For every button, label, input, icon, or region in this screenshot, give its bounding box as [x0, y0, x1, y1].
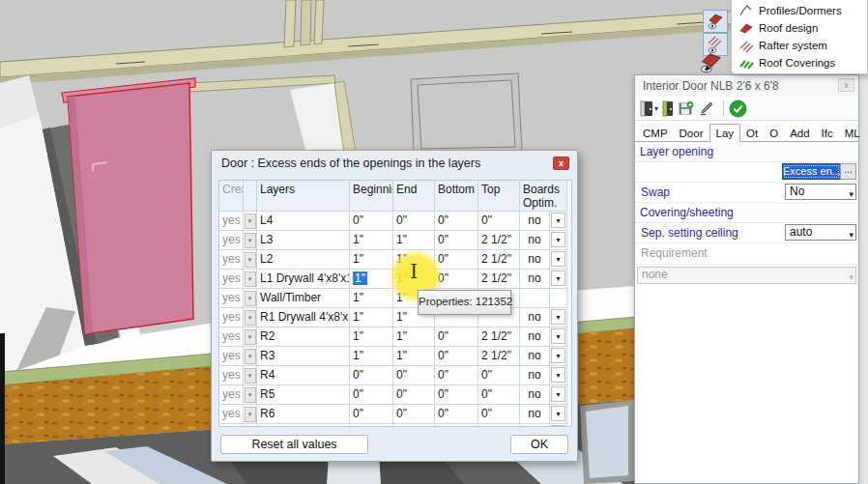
boards-cell[interactable]: no — [520, 347, 550, 366]
tab-ot[interactable]: Ot — [740, 125, 764, 141]
tab-add[interactable]: Add — [784, 125, 815, 141]
reset-all-values-button[interactable]: Reset all values — [220, 435, 368, 454]
end-cell[interactable]: 0" — [393, 405, 435, 424]
beginning-cell[interactable]: 0" — [350, 385, 393, 405]
bottom-cell[interactable] — [435, 424, 478, 427]
beginning-cell[interactable]: 0" — [350, 212, 393, 231]
boards-dropdown-button[interactable]: ▾ — [551, 270, 565, 286]
layers-cell[interactable]: L4 — [257, 212, 350, 231]
ok-button[interactable]: OK — [510, 435, 568, 454]
save-button[interactable] — [678, 100, 694, 117]
boards-cell[interactable]: no — [520, 327, 550, 347]
layers-cell[interactable] — [257, 424, 350, 427]
bottom-cell[interactable]: 0" — [435, 385, 478, 405]
top-cell[interactable]: 0" — [478, 405, 520, 424]
top-cell[interactable]: 2 1/2" — [478, 327, 520, 347]
create-dropdown-button[interactable]: ▾ — [245, 407, 256, 422]
tab-door[interactable]: Door — [674, 125, 709, 141]
beginning-cell[interactable]: 0" — [350, 405, 393, 424]
layers-cell[interactable]: L3 — [257, 231, 350, 250]
boards-cell[interactable]: no — [520, 405, 550, 424]
create-cell[interactable]: yes — [219, 308, 244, 327]
menu-item-roof-design[interactable]: Roof design — [732, 19, 867, 37]
bottom-cell[interactable]: 0" — [435, 250, 478, 270]
end-cell[interactable] — [393, 424, 435, 427]
boards-cell[interactable]: no — [520, 250, 550, 270]
dialog-close-button[interactable]: x — [553, 157, 569, 170]
bottom-cell[interactable]: 0" — [435, 405, 478, 424]
beginning-cell[interactable] — [350, 424, 393, 427]
bottom-cell[interactable]: 0" — [435, 270, 478, 289]
layers-cell[interactable]: R5 — [257, 385, 350, 405]
layers-cell[interactable]: R4 — [257, 366, 350, 385]
panel-close-button[interactable]: x — [838, 78, 854, 92]
apply-button[interactable] — [729, 100, 747, 118]
layers-cell[interactable]: L2 — [257, 250, 350, 270]
create-dropdown-button[interactable]: ▾ — [245, 310, 256, 326]
boards-cell[interactable]: no — [520, 212, 550, 231]
bottom-cell[interactable]: 0" — [435, 231, 478, 250]
boards-dropdown-button[interactable]: ▾ — [551, 328, 565, 344]
dialog-titlebar[interactable]: Door : Excess ends of the openings in th… — [212, 151, 577, 176]
boards-cell[interactable]: no — [520, 385, 550, 405]
top-cell[interactable]: 2 1/2" — [478, 231, 520, 250]
boards-dropdown-button[interactable]: ▾ — [551, 386, 565, 402]
bottom-cell[interactable]: 0" — [435, 347, 478, 366]
layers-cell[interactable]: R1 Drywall 4'x8'x1-2 — [257, 308, 350, 327]
boards-cell[interactable] — [520, 424, 550, 427]
door-variant-button[interactable] — [662, 100, 674, 117]
create-cell[interactable]: yes — [219, 327, 244, 347]
create-dropdown-button[interactable]: ▾ — [245, 271, 256, 287]
beginning-cell[interactable]: 1" — [350, 347, 393, 366]
selected-door[interactable] — [62, 78, 195, 334]
beginning-cell[interactable]: 1" — [350, 327, 393, 347]
bottom-cell[interactable]: 0" — [435, 212, 478, 231]
create-cell[interactable]: yes — [219, 385, 244, 405]
create-cell[interactable]: yes — [219, 212, 244, 231]
boards-dropdown-button[interactable]: ▾ — [551, 213, 565, 228]
bottom-cell[interactable]: 0" — [435, 366, 478, 385]
end-cell[interactable]: 1" — [393, 347, 435, 366]
tab-lay[interactable]: Lay — [709, 124, 741, 142]
tab-cmp[interactable]: CMP — [637, 125, 674, 141]
end-cell[interactable]: 0" — [393, 212, 435, 231]
create-cell[interactable]: yes — [219, 231, 244, 250]
boards-dropdown-button[interactable]: ▾ — [551, 348, 565, 363]
boards-dropdown-button[interactable]: ▾ — [551, 309, 565, 325]
create-dropdown-button[interactable]: ▾ — [245, 349, 256, 364]
create-cell[interactable]: yes — [219, 289, 244, 308]
boards-cell[interactable] — [520, 289, 550, 308]
boards-cell[interactable]: no — [520, 308, 550, 327]
create-dropdown-button[interactable]: ▾ — [245, 214, 256, 229]
bottom-cell[interactable]: 0" — [435, 327, 478, 347]
create-dropdown-button[interactable]: ▾ — [245, 368, 256, 384]
create-dropdown-button[interactable]: ▾ — [245, 291, 256, 306]
end-cell[interactable]: 0" — [393, 366, 435, 385]
boards-dropdown-button[interactable]: ▾ — [551, 232, 565, 247]
door-style-button[interactable]: ▾ — [640, 100, 658, 117]
beginning-cell[interactable]: 0" — [350, 366, 393, 385]
layers-cell[interactable]: R3 — [257, 347, 350, 366]
create-dropdown-button[interactable]: ▾ — [245, 252, 256, 268]
beginning-cell[interactable]: 1" — [350, 250, 393, 270]
top-cell[interactable]: 0" — [478, 385, 520, 405]
more-options-button[interactable]: ... — [840, 163, 856, 180]
beginning-cell[interactable]: 1" — [350, 231, 393, 250]
layers-cell[interactable]: L1 Drywall 4'x8'x1-2 — [257, 270, 350, 289]
top-cell[interactable]: 0" — [478, 212, 520, 231]
roof-design-tool-button[interactable] — [703, 10, 728, 33]
create-cell[interactable]: yes — [219, 250, 244, 270]
excess-ends-button[interactable]: Excess en... — [782, 163, 841, 180]
end-cell[interactable]: 1" — [393, 231, 435, 250]
create-dropdown-button[interactable]: ▾ — [245, 233, 256, 248]
layers-cell[interactable]: Wall/Timber — [257, 289, 350, 308]
boards-dropdown-button[interactable]: ▾ — [551, 406, 565, 421]
tab-o[interactable]: O — [764, 125, 784, 141]
sep-ceiling-dropdown[interactable]: auto ▾ — [785, 224, 856, 241]
boards-dropdown-button[interactable]: ▾ — [551, 251, 565, 267]
beginning-cell[interactable]: 1" — [350, 289, 393, 308]
boards-cell[interactable]: no — [520, 270, 550, 289]
create-cell[interactable]: yes — [219, 347, 244, 366]
boards-dropdown-button[interactable]: ▾ — [551, 367, 565, 383]
pick-properties-button[interactable] — [698, 100, 714, 117]
